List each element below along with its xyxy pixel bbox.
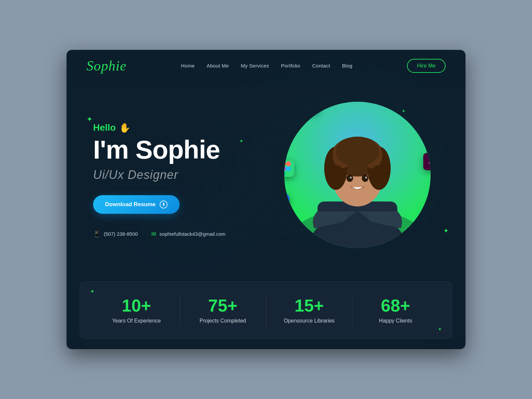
hero-title: Ui/Ux Designer: [93, 168, 269, 182]
hello-text: Hello: [93, 122, 116, 133]
phone-number: (507) 238-8500: [104, 231, 138, 237]
svg-rect-37: [284, 166, 286, 171]
stat-label-experience: Years Of Experience: [100, 318, 173, 324]
nav-link-portfolio[interactable]: Portfolio: [281, 63, 300, 68]
stat-projects: 75+ Projects Completed: [180, 294, 266, 327]
browser-window: Sophie Home About Me My Services Portfol…: [66, 50, 466, 349]
svg-rect-38: [286, 166, 291, 171]
hero-greeting: Hello ✋: [93, 122, 269, 133]
download-resume-button[interactable]: Download Resume ⬇: [93, 195, 180, 214]
invision-label: in: [427, 216, 431, 221]
svg-rect-35: [284, 161, 286, 166]
stat-label-clients: Happy Clients: [359, 318, 432, 324]
xd-label: Xd: [428, 158, 431, 165]
svg-rect-39: [284, 171, 286, 176]
svg-point-42: [411, 103, 413, 105]
stat-experience: 10+ Years Of Experience: [93, 294, 180, 327]
navbar: Sophie Home About Me My Services Portfol…: [66, 50, 466, 82]
stat-number-projects: 75+: [187, 296, 259, 315]
svg-point-29: [362, 175, 368, 182]
stat-libraries: 15+ Opensource Libraries: [266, 294, 353, 327]
contact-info: 📱 (507) 238-8500 ✉ sophiefullstack43@gma…: [93, 230, 269, 238]
stat-number-libraries: 15+: [273, 296, 346, 315]
stat-label-libraries: Opensource Libraries: [273, 318, 346, 324]
star-decoration-1: ✦: [86, 115, 92, 124]
stat-label-projects: Projects Completed: [187, 318, 259, 324]
nav-item-contact[interactable]: Contact: [312, 63, 330, 69]
hire-me-button[interactable]: Hire Me: [407, 59, 446, 73]
svg-point-31: [365, 177, 367, 179]
email-address: sophiefullstack43@gmail.com: [160, 231, 226, 237]
svg-rect-36: [286, 161, 291, 166]
svg-point-21: [336, 137, 379, 167]
zeplin-icon: [406, 102, 424, 112]
svg-point-28: [346, 175, 353, 182]
nav-link-home[interactable]: Home: [181, 63, 195, 68]
svg-point-30: [350, 177, 352, 179]
email-contact: ✉ sophiefullstack43@gmail.com: [151, 230, 226, 238]
nav-links: Home About Me My Services Portfolio Cont…: [181, 63, 352, 69]
svg-point-27: [373, 179, 383, 190]
stat-number-experience: 10+: [100, 296, 173, 315]
nav-link-blog[interactable]: Blog: [342, 63, 352, 68]
nav-item-about[interactable]: About Me: [207, 63, 229, 69]
behance-label: Bē: [284, 197, 285, 202]
adobe-xd-icon: Xd: [423, 153, 431, 170]
wave-emoji: ✋: [119, 122, 131, 133]
svg-point-43: [416, 103, 418, 105]
stat-number-clients: 68+: [359, 296, 432, 315]
email-icon: ✉: [151, 230, 156, 238]
svg-point-41: [410, 102, 419, 107]
phone-contact: 📱 (507) 238-8500: [93, 230, 138, 238]
sketch-icon: [301, 102, 319, 113]
nav-item-services[interactable]: My Services: [241, 63, 269, 69]
hero-section: ✦ ✦ ✦ Hello ✋ I'm Sophie Ui/Ux Designer …: [66, 82, 466, 275]
hero-profile-area: Xd Bē in: [269, 102, 446, 248]
stats-section: ✦ ✦ 10+ Years Of Experience 75+ Projects…: [80, 281, 452, 339]
svg-point-24: [332, 179, 342, 190]
stat-clients: 68+ Happy Clients: [352, 294, 439, 327]
stat-star-right: ✦: [438, 327, 442, 332]
download-icon: ⬇: [160, 200, 168, 208]
invision-icon: in: [422, 211, 431, 226]
nav-link-contact[interactable]: Contact: [312, 63, 330, 68]
download-resume-label: Download Resume: [105, 201, 156, 208]
figma-icon: [284, 160, 294, 177]
nav-item-home[interactable]: Home: [181, 63, 195, 69]
hero-name: I'm Sophie: [93, 137, 269, 163]
stat-star-left: ✦: [90, 288, 94, 295]
nav-item-portfolio[interactable]: Portfolio: [281, 63, 300, 69]
nav-link-services[interactable]: My Services: [241, 63, 269, 68]
hero-content: Hello ✋ I'm Sophie Ui/Ux Designer Downlo…: [93, 112, 269, 238]
nav-link-about[interactable]: About Me: [207, 63, 229, 68]
nav-item-blog[interactable]: Blog: [342, 63, 352, 69]
profile-circle: Xd Bē in: [284, 102, 431, 248]
phone-icon: 📱: [93, 230, 100, 238]
logo[interactable]: Sophie: [86, 58, 126, 74]
